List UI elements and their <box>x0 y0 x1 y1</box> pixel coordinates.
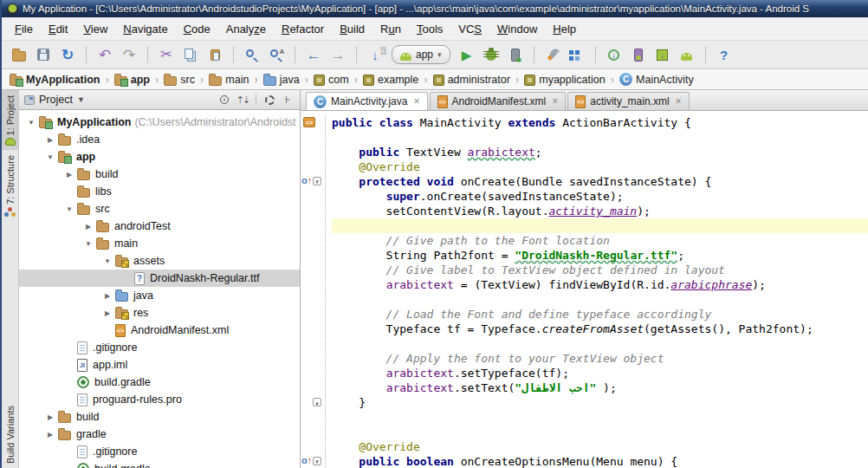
close-tab-icon[interactable]: × <box>413 95 419 107</box>
editor-tab-mainactivity-java[interactable]: MainActivity.java× <box>306 92 428 110</box>
breadcrumb-item-java[interactable]: java <box>261 73 302 87</box>
tree-expand-arrow-icon[interactable]: ▶ <box>45 413 55 421</box>
tree-row-build[interactable]: ▶build <box>19 166 300 183</box>
overrides-method-icon[interactable] <box>301 455 312 466</box>
chevron-down-icon[interactable]: ▼ <box>77 95 85 104</box>
forward-button[interactable]: → <box>327 44 348 65</box>
tree-expand-arrow-icon[interactable]: ▶ <box>45 136 55 144</box>
code-line[interactable]: ▾ public boolean onCreateOptionsMenu(Men… <box>301 454 868 468</box>
code-line[interactable]: super.onCreate(savedInstanceState); <box>301 189 868 204</box>
tree-row--idea[interactable]: ▶.idea <box>19 131 300 148</box>
menu-item-view[interactable]: View <box>75 20 115 38</box>
run-configuration-selector[interactable]: app▾ <box>392 45 450 64</box>
replace-button[interactable] <box>266 44 287 65</box>
breadcrumb-item-com[interactable]: com <box>311 73 352 87</box>
collapse-all-button[interactable]: ⇡⇣ <box>236 93 249 107</box>
redo-button[interactable]: ↷ <box>119 44 139 65</box>
project-structure-button[interactable] <box>567 44 587 65</box>
menu-item-code[interactable]: Code <box>176 20 218 38</box>
tree-row-app[interactable]: ▼app <box>19 148 300 166</box>
paste-button[interactable] <box>204 44 225 65</box>
tree-row-app-iml[interactable]: app.iml <box>19 356 300 374</box>
tree-row-androidmanifest-xml[interactable]: AndroidManifest.xml <box>19 322 300 339</box>
tree-row-myapplication[interactable]: ▼MyApplication (C:\Users\Administrator\A… <box>19 114 300 131</box>
tree-row-src[interactable]: ▼src <box>19 200 300 218</box>
code-line[interactable] <box>301 410 868 425</box>
code-line[interactable]: ▴ } <box>301 395 868 410</box>
breadcrumb-item-example[interactable]: example <box>360 73 421 87</box>
code-editor[interactable]: public class MainActivity extends Action… <box>301 111 868 468</box>
open-project-button[interactable] <box>9 44 29 65</box>
close-tab-icon[interactable]: × <box>552 95 558 107</box>
tree-row-build-gradle[interactable]: build.gradle <box>19 460 300 468</box>
tree-row-libs[interactable]: libs <box>19 183 300 200</box>
tree-expand-arrow-icon[interactable]: ▶ <box>102 292 113 300</box>
fold-region-icon[interactable]: ▾ <box>313 177 321 185</box>
code-line[interactable] <box>301 336 868 351</box>
code-line[interactable]: public TextView arabictext; <box>301 145 868 159</box>
device-monitor-button[interactable]: ↓ <box>652 44 673 65</box>
code-line[interactable]: arabictext.setText("احب الاطفال" ); <box>301 380 868 395</box>
code-line[interactable]: // Give path to the Font location <box>301 233 868 248</box>
code-line[interactable] <box>301 425 868 439</box>
menu-item-run[interactable]: Run <box>372 20 409 38</box>
back-button[interactable]: ← <box>303 44 324 65</box>
code-line[interactable]: setContentView(R.layout.activity_main); <box>301 204 868 218</box>
locate-file-button[interactable] <box>217 93 231 107</box>
menu-item-file[interactable]: File <box>7 20 41 38</box>
android-button[interactable] <box>677 44 697 65</box>
tree-row-androidtest[interactable]: ▶androidTest <box>19 218 300 235</box>
cut-button[interactable]: ✂ <box>156 44 177 65</box>
code-line[interactable]: String Path2font = "DroidNaskh-Regular.t… <box>301 248 868 263</box>
settings-button[interactable] <box>542 44 563 65</box>
breadcrumb-item-src[interactable]: src <box>161 73 198 87</box>
copy-button[interactable] <box>180 44 201 65</box>
fold-region-icon[interactable]: ▾ <box>313 457 321 465</box>
tree-expand-arrow-icon[interactable]: ▼ <box>64 205 74 213</box>
tree-expand-arrow-icon[interactable]: ▶ <box>64 171 74 179</box>
menu-item-window[interactable]: Window <box>489 20 545 38</box>
code-line[interactable]: arabictext.setTypeface(tf); <box>301 366 868 380</box>
tree-row-assets[interactable]: ▼assets <box>19 252 300 270</box>
related-xml-file-icon[interactable] <box>303 117 315 127</box>
menu-item-tools[interactable]: Tools <box>409 20 450 38</box>
tree-row--gitignore[interactable]: .gitignore <box>19 443 300 460</box>
debug-button[interactable] <box>481 44 502 65</box>
help-button[interactable]: ? <box>714 44 735 65</box>
sdk-manager-button[interactable]: ↓ <box>604 44 625 65</box>
code-line[interactable] <box>301 130 868 145</box>
menu-item-help[interactable]: Help <box>545 20 584 38</box>
tool-window-button--project[interactable]: 1: Project <box>2 90 19 150</box>
code-line[interactable]: arabictext = (TextView) findViewById(R.i… <box>301 277 868 292</box>
code-line[interactable]: public class MainActivity extends Action… <box>301 115 868 130</box>
tool-window-button--structure[interactable]: 7: Structure <box>2 150 19 221</box>
attach-debugger-button[interactable] <box>505 44 526 65</box>
menu-item-build[interactable]: Build <box>332 20 372 38</box>
tree-expand-arrow-icon[interactable]: ▶ <box>102 309 113 317</box>
overrides-method-icon[interactable] <box>301 175 312 186</box>
code-line[interactable]: Typeface tf = Typeface.createFromAsset(g… <box>301 322 868 336</box>
run-button[interactable]: ▶ <box>457 44 477 65</box>
code-line[interactable]: @Override <box>301 159 868 174</box>
tree-expand-arrow-icon[interactable]: ▼ <box>26 119 36 127</box>
save-all-button[interactable] <box>33 44 54 65</box>
menu-item-refactor[interactable]: Refactor <box>274 20 332 38</box>
find-button[interactable] <box>242 44 262 65</box>
breadcrumb-item-app[interactable]: app <box>112 73 152 87</box>
breadcrumb-item-myapplication[interactable]: myapplication <box>521 73 607 87</box>
project-panel-title[interactable]: Project <box>39 94 73 106</box>
code-line[interactable]: // Apply the font to your TextView objec… <box>301 351 868 366</box>
tree-row-main[interactable]: ▼main <box>19 235 300 252</box>
menu-item-navigate[interactable]: Navigate <box>115 20 175 38</box>
code-line[interactable]: ▾ protected void onCreate(Bundle savedIn… <box>301 174 868 189</box>
sync-button[interactable]: ↻ <box>57 44 78 65</box>
tree-expand-arrow-icon[interactable]: ▼ <box>102 257 113 265</box>
tool-window-button-build-variants[interactable]: Build Variants <box>2 400 19 468</box>
editor-tab-activity-main-xml[interactable]: activity_main.xml× <box>567 92 689 110</box>
tree-row-droidnaskh-regular-ttf[interactable]: DroidNaskh-Regular.ttf <box>19 270 300 287</box>
tree-expand-arrow-icon[interactable]: ▶ <box>45 431 55 439</box>
tree-expand-arrow-icon[interactable]: ▼ <box>45 153 55 161</box>
fold-region-end-icon[interactable]: ▴ <box>313 398 321 406</box>
undo-button[interactable]: ↶ <box>94 44 115 65</box>
tree-row-java[interactable]: ▶java <box>19 287 300 304</box>
